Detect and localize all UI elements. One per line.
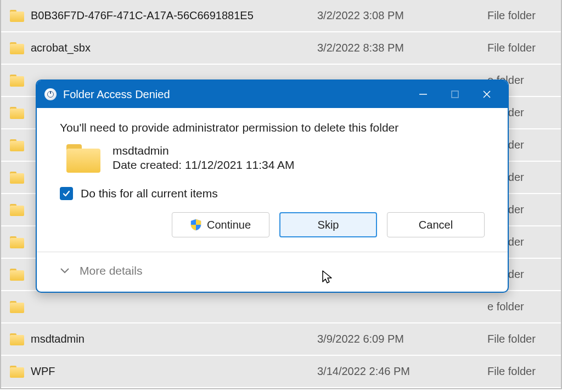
folder-icon	[10, 333, 24, 345]
file-type: File folder	[487, 333, 561, 345]
file-date: 3/9/2022 6:09 PM	[317, 333, 487, 345]
file-date: 3/14/2022 2:46 PM	[317, 365, 487, 378]
file-name: WPF	[31, 365, 55, 378]
folder-icon	[10, 42, 24, 54]
folder-icon	[10, 75, 24, 87]
dialog-title: Folder Access Denied	[63, 88, 408, 101]
file-type: File folder	[487, 365, 561, 378]
file-name: msdtadmin	[31, 333, 85, 345]
window-controls	[408, 83, 502, 105]
uac-shield-icon	[190, 219, 201, 231]
file-row[interactable]: WPF3/14/2022 2:46 PMFile folder	[1, 356, 561, 388]
folder-icon	[10, 236, 24, 248]
file-row[interactable]: acrobat_sbx3/2/2022 8:38 PMFile folder	[1, 32, 561, 65]
more-details-toggle[interactable]: More details	[37, 252, 508, 292]
folder-icon	[10, 139, 24, 151]
more-details-label: More details	[80, 264, 142, 277]
file-date: 3/2/2022 8:38 PM	[317, 42, 487, 54]
continue-button-label: Continue	[207, 219, 251, 231]
file-date: 3/2/2022 3:08 PM	[317, 9, 487, 22]
target-info: msdtadmin Date created: 11/12/2021 11:34…	[113, 144, 295, 172]
cancel-button[interactable]: Cancel	[387, 212, 485, 237]
minimize-button[interactable]	[408, 83, 439, 105]
svg-rect-1	[452, 91, 458, 98]
skip-button[interactable]: Skip	[279, 212, 377, 237]
folder-icon	[10, 10, 24, 22]
do-for-all-checkbox[interactable]	[60, 187, 73, 200]
file-row[interactable]: e folder	[1, 291, 561, 323]
folder-icon	[10, 366, 24, 378]
cancel-button-label: Cancel	[419, 219, 453, 231]
file-type: e folder	[487, 300, 561, 313]
file-type: File folder	[487, 42, 561, 54]
folder-icon	[10, 204, 24, 216]
dialog-titlebar[interactable]: Folder Access Denied	[37, 81, 508, 108]
continue-button[interactable]: Continue	[172, 212, 269, 237]
folder-icon	[10, 269, 24, 281]
file-name: B0B36F7D-476F-471C-A17A-56C6691881E5	[31, 9, 254, 22]
file-name: acrobat_sbx	[31, 42, 91, 54]
target-name: msdtadmin	[113, 144, 295, 157]
maximize-button[interactable]	[440, 83, 470, 105]
dialog-target: msdtadmin Date created: 11/12/2021 11:34…	[60, 144, 485, 173]
do-for-all-label: Do this for all current items	[81, 187, 218, 200]
dialog-message: You'll need to provide administrator per…	[60, 121, 485, 134]
clock-icon	[44, 88, 57, 100]
folder-icon	[10, 301, 24, 313]
folder-icon	[10, 172, 24, 184]
dialog-body: You'll need to provide administrator per…	[37, 108, 508, 252]
close-button[interactable]	[471, 83, 502, 105]
dialog-buttons: Continue Skip Cancel	[60, 212, 485, 247]
folder-icon	[10, 107, 24, 119]
file-row[interactable]: B0B36F7D-476F-471C-A17A-56C6691881E53/2/…	[1, 0, 561, 32]
target-meta: Date created: 11/12/2021 11:34 AM	[113, 158, 295, 172]
file-row[interactable]: msdtadmin3/9/2022 6:09 PMFile folder	[1, 323, 561, 356]
skip-button-label: Skip	[318, 219, 339, 231]
folder-icon	[66, 144, 100, 173]
do-for-all-row[interactable]: Do this for all current items	[60, 187, 485, 200]
file-type: File folder	[487, 9, 561, 22]
folder-access-denied-dialog: Folder Access Denied You'll need to prov…	[36, 79, 509, 293]
chevron-down-icon	[60, 268, 70, 274]
